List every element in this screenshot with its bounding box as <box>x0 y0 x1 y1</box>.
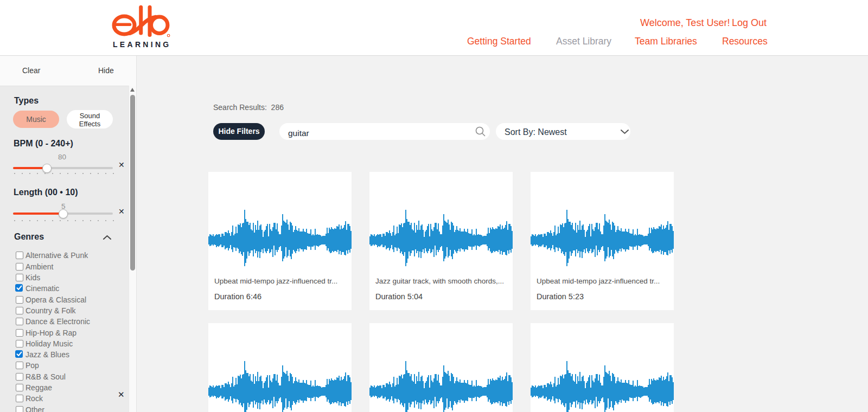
svg-text:LEARNING: LEARNING <box>113 40 171 49</box>
